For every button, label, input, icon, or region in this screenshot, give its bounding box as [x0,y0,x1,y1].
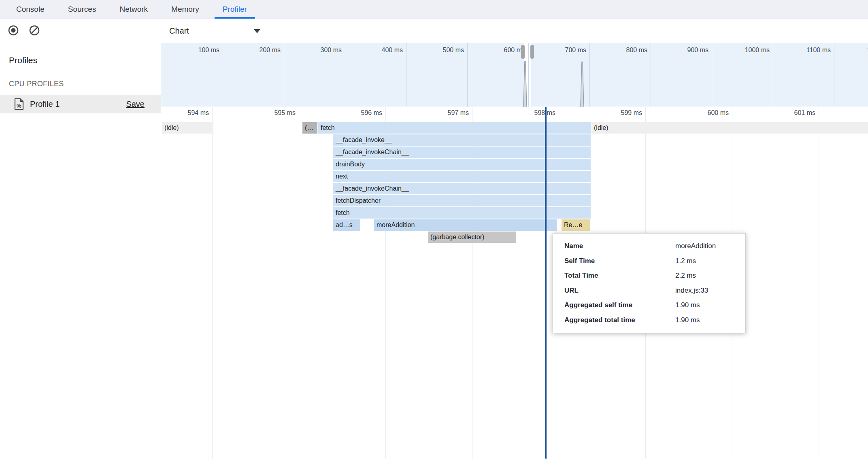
tooltip-row: Total Time2.2 ms [564,268,745,283]
flame-frame[interactable]: fetchDispatcher [333,195,591,206]
flame-frame[interactable]: next [333,171,591,182]
tooltip-label: Name [564,239,675,254]
tooltip-label: Aggregated total time [564,313,675,328]
flame-frame[interactable]: (… [302,122,317,134]
detail-tick-label: 594 ms [188,109,209,117]
view-toolbar: Chart [161,19,868,43]
selection-handle-left[interactable] [521,45,525,59]
flame-frame[interactable]: Re…e [562,219,590,231]
tooltip-row: NamemoreAddition [564,239,745,254]
flame-frame[interactable]: fetch [318,122,591,134]
clear-profiles-button[interactable] [28,25,40,37]
tooltip-value: 1.90 ms [675,298,745,313]
flame-frame[interactable]: moreAddition [374,219,557,231]
flame-frame[interactable]: (idle) [591,122,868,134]
tooltip-label: Self Time [564,254,675,269]
profiler-controls-toolbar [0,19,161,43]
tab-sources[interactable]: Sources [68,0,96,19]
cpu-activity-spikes [161,43,868,107]
sidebar-item-profile-1[interactable]: % Profile 1 Save [0,95,161,113]
devtools-tab-bar: ConsoleSourcesNetworkMemoryProfiler [0,0,868,19]
flame-frame[interactable]: fetch [333,207,591,219]
profiler-main-panel: Chart 100 ms200 ms300 ms400 ms500 ms600 … [161,19,868,459]
tooltip-row: Aggregated total time1.90 ms [564,313,745,328]
svg-text:%: % [17,103,21,109]
frame-details-tooltip: NamemoreAdditionSelf Time1.2 msTotal Tim… [553,233,746,333]
detail-tick-label: 601 ms [794,109,815,117]
tooltip-value: index.js:33 [675,283,745,298]
record-icon [8,25,19,38]
detail-tick-label: 599 ms [621,109,642,117]
detail-gridline [212,107,213,459]
tab-profiler[interactable]: Profiler [223,0,247,19]
tooltip-value: moreAddition [675,239,745,254]
content-split: Profiles CPU PROFILES % Profile 1 Save C… [0,19,868,459]
clear-icon [29,25,40,38]
detail-gridline [819,107,819,459]
profiles-sidebar: Profiles CPU PROFILES % Profile 1 Save [0,19,161,459]
tooltip-row: URLindex.js:33 [564,283,745,298]
flame-frame[interactable]: (idle) [162,122,213,134]
tooltip-value: 2.2 ms [675,268,745,283]
playhead-marker-line[interactable] [545,107,547,459]
tooltip-label: URL [564,283,675,298]
record-profile-button[interactable] [7,25,19,37]
detail-gridline [299,107,299,459]
tab-network[interactable]: Network [119,0,148,19]
tooltip-value: 1.2 ms [675,254,745,269]
flame-frame[interactable]: ad…s [333,219,360,231]
flame-frame[interactable]: __facade_invoke__ [333,134,591,146]
tooltip-label: Total Time [564,268,675,283]
profile-name: Profile 1 [30,100,60,109]
flame-frame[interactable]: __facade_invokeChain__ [333,147,591,158]
tooltip-row: Self Time1.2 ms [564,254,745,269]
tab-memory[interactable]: Memory [171,0,199,19]
chevron-down-icon [254,29,260,33]
tooltip-label: Aggregated self time [564,298,675,313]
view-mode-value: Chart [169,26,189,36]
detail-tick-label: 596 ms [361,109,382,117]
flame-frame[interactable]: __facade_invokeChain__ [333,183,591,194]
view-mode-select[interactable]: Chart [169,26,260,36]
flame-frame[interactable]: (garbage collector) [428,232,516,243]
tab-console[interactable]: Console [16,0,45,19]
detail-tick-label: 595 ms [274,109,296,117]
profiles-heading: Profiles [9,55,161,65]
cpu-profiles-section-heading: CPU PROFILES [9,80,161,88]
tooltip-row: Aggregated self time1.90 ms [564,298,745,313]
flame-chart[interactable]: 594 ms595 ms596 ms597 ms598 ms599 ms600 … [161,107,868,459]
timeline-overview[interactable]: 100 ms200 ms300 ms400 ms500 ms600 ms700 … [161,43,868,107]
save-profile-link[interactable]: Save [126,100,145,109]
detail-tick-label: 597 ms [448,109,469,117]
detail-tick-label: 600 ms [708,109,729,117]
profile-document-icon: % [14,98,24,110]
flame-frame[interactable]: drainBody [333,159,591,170]
selection-handle-right[interactable] [530,45,534,59]
tooltip-value: 1.90 ms [675,313,745,328]
